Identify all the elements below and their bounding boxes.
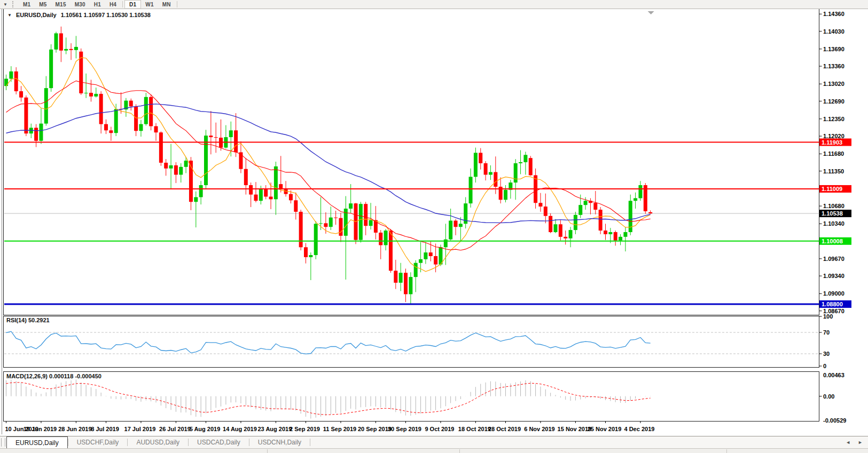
chart-tab-usdcad[interactable]: USDCAD,Daily	[189, 436, 249, 448]
ma-fast-line	[6, 58, 651, 272]
date-tick-label: 8 Jul 2019	[91, 426, 119, 432]
chart-tab-audusd[interactable]: AUDUSD,Daily	[128, 436, 188, 448]
price-tick-label: 1.11680	[823, 150, 844, 157]
price-tick-label: 1.10340	[823, 220, 844, 227]
tab-scroll-right-icon[interactable]: ►	[858, 440, 863, 445]
price-tick-label: 1.12690	[823, 98, 844, 105]
date-tick-label: 28 Jun 2019	[58, 426, 91, 432]
rsi-tick-label: 100	[823, 313, 833, 320]
date-tick-label: 14 Aug 2019	[223, 426, 257, 432]
date-tick-label: 28 Oct 2019	[488, 426, 521, 432]
date-tick-label: 6 Nov 2019	[524, 426, 554, 432]
toolbar-drag-grip[interactable]	[12, 1, 17, 7]
date-tick-label: 11 Sep 2019	[323, 426, 356, 432]
toolbar-separator	[122, 1, 123, 7]
date-tick-label: 18 Oct 2019	[458, 426, 491, 432]
toolbar-dropdown-button[interactable]: ▼	[0, 0, 11, 9]
macd-indicator-label: MACD(12,26,9) 0.000118 -0.000450	[6, 373, 101, 379]
date-tick-label: 5 Aug 2019	[190, 426, 221, 432]
macd-tick-label: -0.00529	[823, 417, 846, 424]
rsi-tick-label: 70	[823, 329, 830, 336]
status-separator	[726, 449, 727, 453]
status-bar	[0, 448, 868, 453]
timeframe-button-m1[interactable]: M1	[19, 0, 35, 9]
price-tick-label: 1.12020	[823, 133, 844, 139]
price-tick-label: 1.09340	[823, 273, 844, 279]
date-tick-label: 20 Sep 2019	[358, 426, 392, 432]
tab-separator	[310, 439, 310, 446]
chart-symbol-label: EURUSD,Daily	[16, 12, 57, 18]
chart-tab-bar: EURUSD,DailyUSDCHF,DailyAUDUSD,DailyUSDC…	[0, 436, 868, 448]
timeframe-button-mn[interactable]: MN	[158, 0, 175, 9]
status-separator	[267, 449, 268, 453]
svg-text:1.11009: 1.11009	[822, 186, 842, 192]
svg-text:1.11903: 1.11903	[822, 139, 842, 146]
price-tick-label: 1.14360	[823, 11, 844, 17]
chart-tabs: EURUSD,DailyUSDCHF,DailyAUDUSD,DailyUSDC…	[6, 436, 310, 448]
price-tick-label: 1.09670	[823, 256, 844, 262]
date-tick-label: 25 Nov 2019	[588, 426, 622, 432]
timeframe-button-m5[interactable]: M5	[35, 0, 51, 9]
price-tick-label: 1.11350	[823, 168, 844, 174]
status-separator	[459, 449, 460, 453]
toolbar-separator	[177, 1, 177, 7]
price-badge: 1.10538	[819, 210, 851, 217]
date-tick-label: 30 Sep 2019	[388, 426, 421, 432]
price-badge: 1.08800	[819, 300, 851, 308]
timeframe-button-h1[interactable]: H1	[90, 0, 105, 9]
timeframe-toolbar: ▼ M1M5M15M30H1H4D1W1MN	[0, 0, 868, 9]
date-tick-label: 19 Jun 2019	[24, 426, 57, 432]
chart-tab-usdchf[interactable]: USDCHF,Daily	[68, 436, 128, 448]
chart-title: ▼ EURUSD,Daily 1.10561 1.10597 1.10530 1…	[7, 12, 151, 18]
rsi-line	[6, 331, 651, 354]
chart-tab-usdcnh[interactable]: USDCNH,Daily	[249, 436, 310, 448]
timeframe-button-d1[interactable]: D1	[124, 0, 141, 9]
macd-tick-label: 0.00463	[823, 372, 844, 378]
chart-canvas[interactable]: 1.143601.140301.136901.133601.130201.126…	[0, 0, 868, 453]
price-badge: 1.11009	[819, 185, 851, 193]
tab-bar-grip	[1, 438, 5, 447]
candles-group	[4, 27, 652, 305]
timeframe-button-w1[interactable]: W1	[141, 0, 158, 9]
svg-text:1.10538: 1.10538	[822, 210, 843, 217]
rsi-tick-label: 30	[823, 351, 830, 357]
dropdown-arrow-icon: ▼	[3, 2, 7, 7]
date-tick-label: 2 Sep 2019	[290, 426, 320, 432]
price-badge: 1.10008	[819, 237, 851, 245]
price-tick-label: 1.13020	[823, 81, 844, 87]
price-tick-label: 1.14030	[823, 28, 844, 35]
chart-shift-icon	[648, 11, 654, 14]
timeframe-button-m30[interactable]: M30	[71, 0, 90, 9]
chart-ohlc-values: 1.10561 1.10597 1.10530 1.10538	[61, 12, 151, 18]
date-tick-label: 9 Oct 2019	[425, 426, 454, 432]
price-tick-label: 1.13360	[823, 63, 844, 69]
price-badge: 1.11903	[819, 139, 851, 146]
tab-scroll-left-icon[interactable]: ◄	[846, 440, 850, 445]
timeframe-button-m15[interactable]: M15	[51, 0, 71, 9]
rsi-tick-label: 0	[823, 363, 826, 369]
price-tick-label: 1.09000	[823, 290, 844, 297]
macd-histogram	[6, 379, 651, 418]
price-tick-label: 1.12350	[823, 116, 844, 122]
rsi-indicator-label: RSI(14) 50.2921	[6, 317, 50, 323]
macd-tick-label: 0.00	[823, 393, 834, 400]
date-tick-label: 17 Jul 2019	[124, 426, 156, 432]
timeframe-button-h4[interactable]: H4	[105, 0, 121, 9]
svg-text:1.08800: 1.08800	[822, 301, 843, 307]
date-tick-label: 15 Nov 2019	[558, 426, 592, 432]
price-tick-label: 1.13690	[823, 46, 844, 52]
svg-text:1.10008: 1.10008	[822, 238, 843, 244]
date-tick-label: 23 Aug 2019	[258, 426, 292, 432]
timeframe-buttons: M1M5M15M30H1H4D1W1MN	[19, 0, 179, 9]
macd-signal-line	[6, 383, 651, 415]
date-tick-label: 4 Dec 2019	[624, 426, 655, 432]
price-tick-label: 1.10680	[823, 203, 844, 209]
chart-tab-eurusd[interactable]: EURUSD,Daily	[6, 436, 68, 449]
chart-collapse-icon[interactable]: ▼	[7, 13, 12, 18]
date-tick-label: 26 Jul 2019	[159, 426, 191, 432]
